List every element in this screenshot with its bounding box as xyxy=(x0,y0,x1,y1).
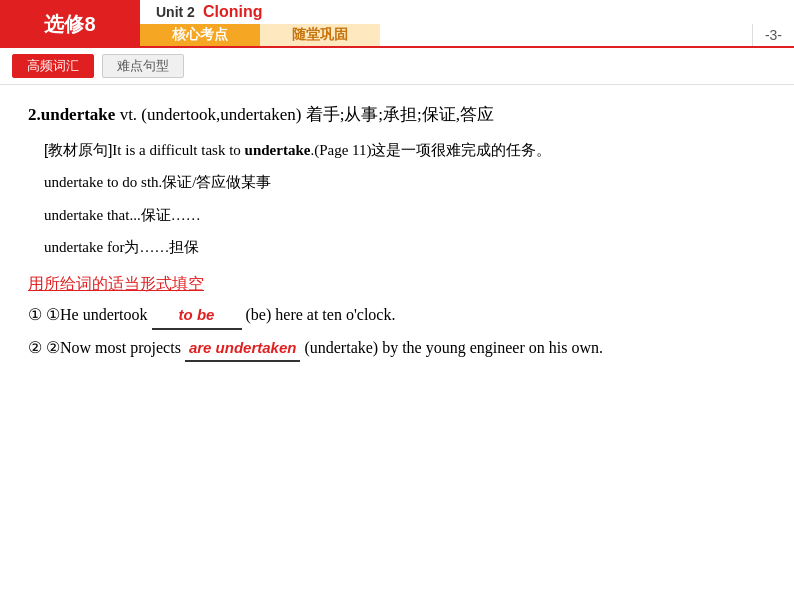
example-text-after: .(Page 11)这是一项很难完成的任务。 xyxy=(310,142,551,158)
tab-bar: 核心考点 随堂巩固 -3- xyxy=(140,24,794,46)
module-label-text: 选修8 xyxy=(44,11,95,38)
phrase3-meaning: 为……担保 xyxy=(124,239,199,255)
example-bold-word: undertake xyxy=(245,142,311,158)
phrase2-meaning: 保证…… xyxy=(141,207,201,223)
header: 选修8 Unit 2 Cloning 核心考点 随堂巩固 -3- xyxy=(0,0,794,48)
header-right: Unit 2 Cloning 核心考点 随堂巩固 -3- xyxy=(140,0,794,48)
entry-meaning: 着手;从事;承担;保证,答应 xyxy=(306,105,494,124)
ex1-after: (be) here at ten o'clock. xyxy=(246,306,396,323)
ex2-before: ②Now most projects xyxy=(46,339,185,356)
page-number: -3- xyxy=(752,24,794,46)
ex1-before: ①He undertook xyxy=(46,306,152,323)
phrase-line-3: undertake for为……担保 xyxy=(44,233,766,262)
example-sentence: [教材原句]It is a difficult task to undertak… xyxy=(44,136,766,165)
unit-label: Unit 2 xyxy=(156,4,195,20)
example-text-before: It is a difficult task to xyxy=(112,142,244,158)
exercise-1: ① ①He undertook to be (be) here at ten o… xyxy=(28,301,766,330)
fill-instruction-line: 用所给词的适当形式填空 xyxy=(28,270,766,297)
module-label: 选修8 xyxy=(0,0,140,48)
ex1-answer: to be xyxy=(152,302,242,330)
phrase-line-2: undertake that...保证…… xyxy=(44,201,766,230)
ex2-num: ② xyxy=(28,339,42,356)
main-content: 2.undertake vt. (undertook,undertaken) 着… xyxy=(0,85,794,382)
fill-instruction[interactable]: 用所给词的适当形式填空 xyxy=(28,275,204,292)
phrase3-text: undertake for xyxy=(44,239,124,255)
entry-number: 2. xyxy=(28,105,41,124)
subtab-sentence[interactable]: 难点句型 xyxy=(102,54,184,78)
phrase1-text: undertake to do sth. xyxy=(44,174,162,190)
tab-classroom-label: 随堂巩固 xyxy=(292,26,348,44)
tab-core-label: 核心考点 xyxy=(172,26,228,44)
tab-classroom[interactable]: 随堂巩固 xyxy=(260,24,380,46)
example-block: [教材原句]It is a difficult task to undertak… xyxy=(44,136,766,262)
entry-word: undertake xyxy=(41,105,116,124)
entry-pos: vt. xyxy=(120,105,137,124)
unit-title: Cloning xyxy=(203,3,263,21)
ex2-answer: are undertaken xyxy=(185,335,301,363)
phrase2-text: undertake that... xyxy=(44,207,141,223)
entry-forms: (undertook,undertaken) xyxy=(141,105,301,124)
ex1-num: ① xyxy=(28,306,42,323)
phrase1-meaning: 保证/答应做某事 xyxy=(162,174,271,190)
subtab-bar: 高频词汇 难点句型 xyxy=(0,48,794,85)
tab-core[interactable]: 核心考点 xyxy=(140,24,260,46)
exercise-2: ② ②Now most projects are undertaken (und… xyxy=(28,334,766,363)
entry-line: 2.undertake vt. (undertook,undertaken) 着… xyxy=(28,101,766,130)
bracket-tag: [教材原句] xyxy=(44,141,112,158)
subtab-vocab[interactable]: 高频词汇 xyxy=(12,54,94,78)
phrase-line-1: undertake to do sth.保证/答应做某事 xyxy=(44,168,766,197)
ex2-after: (undertake) by the young engineer on his… xyxy=(304,339,603,356)
title-bar: Unit 2 Cloning xyxy=(140,0,794,24)
